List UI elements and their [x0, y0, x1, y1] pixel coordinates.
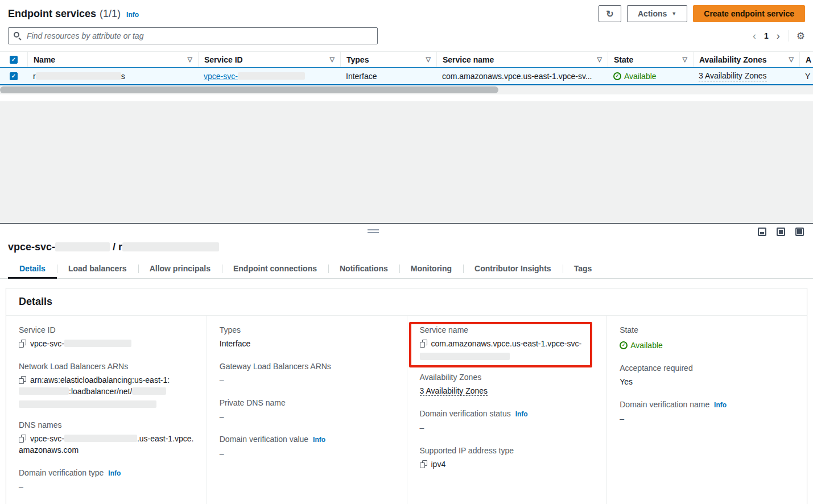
tab-load-balancers[interactable]: Load balancers: [57, 261, 138, 278]
row-state-value: Available: [624, 72, 657, 81]
panel-position-side-icon[interactable]: [777, 228, 785, 236]
row-cell-name: r s: [27, 68, 198, 84]
service-id-link[interactable]: vpce-svc-: [204, 72, 305, 81]
search-input[interactable]: [8, 27, 378, 44]
create-endpoint-service-button[interactable]: Create endpoint service: [693, 5, 805, 22]
row-name-fragment-end: s: [121, 72, 125, 81]
sort-icon-types[interactable]: ▽: [423, 56, 431, 63]
field-label: State: [620, 325, 794, 335]
copy-icon[interactable]: [19, 435, 26, 443]
tab-details[interactable]: Details: [8, 261, 57, 278]
copy-icon[interactable]: [420, 340, 427, 348]
table-header-row: ✓ Name ▽ Service ID ▽ Types ▽ Service na…: [0, 51, 813, 67]
field-state: State ✓ Available: [620, 325, 794, 351]
panel-position-bottom-icon[interactable]: [758, 228, 766, 236]
check-icon: ✓: [11, 57, 16, 63]
redacted-text: [122, 242, 219, 251]
field-nlb-arns: Network Load Balancers ARNs arn:aws:elas…: [19, 361, 194, 408]
tab-tags[interactable]: Tags: [563, 261, 604, 278]
info-link[interactable]: Info: [108, 469, 121, 477]
select-all-checkbox[interactable]: ✓: [10, 56, 18, 64]
panel-title-separator: /: [113, 241, 115, 253]
info-link[interactable]: Info: [515, 410, 528, 418]
tab-tags-label: Tags: [574, 264, 592, 273]
panel-title-service-id-prefix: vpce-svc-: [8, 241, 55, 253]
ip-type-value: ipv4: [431, 460, 446, 469]
details-card-body: Service ID vpce-svc- Network Load Balanc…: [6, 316, 807, 504]
row-checkbox[interactable]: ✓: [10, 72, 18, 80]
available-check-icon: ✓: [620, 341, 628, 349]
info-link[interactable]: Info: [313, 436, 325, 444]
refresh-button[interactable]: ↻: [599, 5, 621, 22]
field-value: –: [19, 481, 194, 493]
column-label-service-id: Service ID: [204, 55, 243, 64]
create-endpoint-service-label: Create endpoint service: [704, 9, 794, 18]
row-cell-acceptance: Y: [799, 68, 813, 84]
column-label-acceptance: A: [806, 55, 811, 64]
state-value: Available: [630, 340, 663, 351]
sort-icon-state[interactable]: ▽: [679, 56, 687, 63]
table-row[interactable]: ✓ r s vpce-svc- Interface com.amazonaws.…: [0, 67, 813, 85]
sort-icon-availability-zones[interactable]: ▽: [786, 56, 794, 63]
nlb-arn-part2: :loadbalancer/net/: [69, 387, 132, 396]
status-badge: ✓ Available: [620, 340, 663, 351]
info-link[interactable]: Info: [714, 401, 727, 409]
tab-notifications[interactable]: Notifications: [328, 261, 399, 278]
details-column-3: Service name com.amazonaws.vpce.us-east-…: [407, 316, 607, 504]
field-label: Domain verification name Info: [620, 399, 794, 410]
column-label-types: Types: [346, 55, 369, 64]
field-label: Service ID: [19, 325, 194, 335]
sort-icon-service-id[interactable]: ▽: [327, 56, 335, 63]
tab-load-balancers-label: Load balancers: [68, 264, 127, 273]
header-cell-service-id: Service ID ▽: [198, 52, 340, 67]
tab-contributor-insights[interactable]: Contributor Insights: [463, 261, 563, 278]
resource-count: (1/1): [100, 8, 121, 20]
availability-zones-link[interactable]: 3 Availability Zones: [699, 71, 767, 81]
split-panel-header-bar: [0, 224, 813, 240]
service-id-value-prefix: vpce-svc-: [30, 339, 64, 348]
header-cell-name: Name ▽: [27, 52, 198, 67]
row-cell-availability-zones: 3 Availability Zones: [693, 68, 799, 84]
copy-icon[interactable]: [420, 460, 427, 468]
field-domain-verification-type: Domain verification type Info –: [19, 468, 194, 493]
split-panel-drag-handle-icon[interactable]: [368, 229, 379, 235]
tab-allow-principals[interactable]: Allow principals: [138, 261, 222, 278]
copy-icon[interactable]: [19, 340, 26, 348]
field-label: Domain verification status Info: [420, 408, 595, 419]
field-label: DNS names: [19, 420, 194, 430]
field-label: Types: [220, 325, 394, 335]
previous-page-icon[interactable]: ‹: [753, 31, 756, 41]
split-panel: vpce-svc- / r Details Load balancers All…: [0, 223, 813, 504]
page-number[interactable]: 1: [764, 31, 769, 40]
redacted-text: [420, 353, 510, 360]
field-domain-verification-value: Domain verification value Info –: [220, 434, 394, 459]
panel-position-full-icon[interactable]: [795, 228, 804, 236]
field-label-text: Domain verification type: [19, 468, 104, 477]
tab-notifications-label: Notifications: [340, 264, 388, 273]
available-check-icon: ✓: [613, 72, 621, 80]
page-title: Endpoint services (1/1) Info: [8, 8, 139, 20]
actions-button[interactable]: Actions ▼: [627, 5, 687, 22]
sort-icon-name[interactable]: ▽: [184, 56, 192, 63]
sort-icon-service-name[interactable]: ▽: [594, 56, 602, 63]
header-info-link[interactable]: Info: [126, 11, 139, 19]
horizontal-scrollbar: [0, 85, 813, 94]
redacted-text: [55, 242, 110, 251]
availability-zones-link[interactable]: 3 Availability Zones: [420, 386, 488, 396]
horizontal-scrollbar-thumb[interactable]: [0, 86, 498, 93]
copy-icon[interactable]: [19, 376, 26, 384]
caret-down-icon: ▼: [671, 11, 676, 16]
tab-contributor-insights-label: Contributor Insights: [474, 264, 551, 273]
column-label-service-name: Service name: [443, 55, 494, 64]
column-label-availability-zones: Availability Zones: [699, 55, 767, 64]
tab-monitoring[interactable]: Monitoring: [399, 261, 463, 278]
field-label: Domain verification value Info: [220, 434, 394, 445]
next-page-icon[interactable]: ›: [777, 31, 780, 41]
field-acceptance-required: Acceptance required Yes: [620, 363, 794, 387]
field-service-name: Service name com.amazonaws.vpce.us-east-…: [420, 325, 595, 360]
details-card-heading: Details: [6, 288, 807, 316]
page-header: Endpoint services (1/1) Info ↻ Actions ▼…: [0, 5, 813, 23]
tab-monitoring-label: Monitoring: [411, 264, 452, 273]
gear-icon[interactable]: ⚙: [797, 30, 805, 42]
tab-endpoint-connections[interactable]: Endpoint connections: [222, 261, 328, 278]
